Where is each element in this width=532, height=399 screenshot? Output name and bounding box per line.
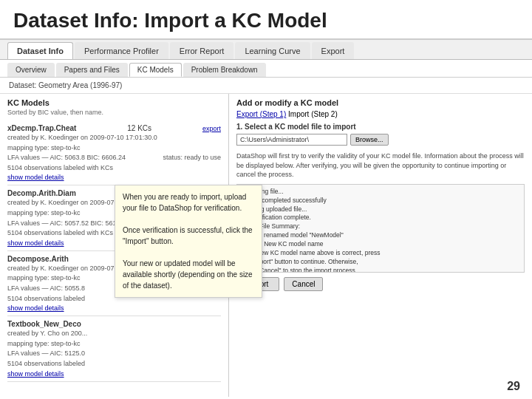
sub-tab-papers-files[interactable]: Papers and Files <box>56 63 128 77</box>
sub-tab-kc-models[interactable]: KC Models <box>129 63 182 77</box>
info-text: DataShop will first try to verify the va… <box>236 151 525 180</box>
list-item: xDecmp.Trap.Cheat 12 KCs export created … <box>7 120 221 185</box>
log-line: File verification complete. <box>240 214 521 222</box>
list-item: Textbook_New_Deco created by Y. Cho on 2… <box>7 316 221 381</box>
sub-tab-overview[interactable]: Overview <box>7 63 55 77</box>
log-line: the "Import" button to continue. Otherwi… <box>240 258 521 267</box>
model-obs-1: 5104 observations labeled with KCs <box>7 163 221 173</box>
model-lfa-4: LFA values — AIC: 5125.0 <box>7 349 221 358</box>
show-details-3[interactable]: show model details <box>7 304 221 312</box>
model-name-2: Decomp.Arith.Diam <box>7 189 76 197</box>
select-file-label: 1. Select a KC model file to import <box>236 123 525 131</box>
log-line: If the New KC model name above is correc… <box>240 249 521 258</box>
main-tab-bar: Dataset Info Performance Profiler Error … <box>0 40 532 60</box>
log-line: press "Cancel" to stop the import proces… <box>240 267 521 273</box>
tooltip-line3: Your new or updated model will be availa… <box>123 259 253 290</box>
model-lfa-1: LFA values — AIC: 5063.8 BIC: 6606.24 <box>7 153 126 163</box>
dataset-label: Dataset: Geometry Area (1996-97) <box>0 78 532 94</box>
step-links: Export (Step 1) Import (Step 2) <box>236 110 525 118</box>
import-step-label: Import (Step 2) <box>288 110 338 118</box>
model-count-1: 12 KCs <box>127 124 151 132</box>
log-line: Uploading file... <box>240 188 521 197</box>
tab-learning-curve[interactable]: Learning Curve <box>235 42 310 59</box>
show-details-1[interactable]: show model details <box>7 174 221 181</box>
log-area: Uploading file...Upload completed succes… <box>236 184 525 273</box>
sub-tab-bar: Overview Papers and Files KC Models Prob… <box>0 60 532 78</box>
tab-export[interactable]: Export <box>312 42 355 59</box>
show-details-4[interactable]: show model details <box>7 370 221 378</box>
model-name-3: Decompose.Arith <box>7 255 69 263</box>
page-title: Dataset Info: Import a KC Model <box>0 0 532 40</box>
log-line: * Import renamed model "NewModel" <box>240 231 521 240</box>
right-panel: Add or modify a KC model Export (Step 1)… <box>229 94 532 397</box>
tab-error-report[interactable]: Error Report <box>170 42 234 59</box>
model-obs-4: 5104 observations labeled <box>7 359 221 369</box>
sub-tab-problem-breakdown[interactable]: Problem Breakdown <box>183 63 266 77</box>
tooltip-line2: Once verification is successful, click t… <box>123 226 253 245</box>
export-link-1[interactable]: export <box>202 125 221 132</box>
model-status-1: status: ready to use <box>163 153 221 163</box>
model-name-4: Textbook_New_Deco <box>7 320 81 328</box>
kc-models-heading: KC Models <box>7 98 221 107</box>
tab-dataset-info[interactable]: Dataset Info <box>7 42 73 59</box>
export-step-link[interactable]: Export (Step 1) <box>236 110 286 118</box>
model-mapping-4: mapping type: step-to-kc <box>7 339 221 349</box>
file-path-input[interactable] <box>236 134 347 146</box>
page-number: 29 <box>507 380 520 393</box>
model-lfa-2: LFA values — AIC: 5057.52 BIC: 5613.23 <box>7 219 129 228</box>
model-name-1: xDecmp.Trap.Cheat <box>7 124 76 132</box>
tooltip-box: When you are ready to import, upload you… <box>115 185 262 298</box>
log-line: * Added New KC model name <box>240 240 521 249</box>
add-modify-heading: Add or modify a KC model <box>236 98 525 107</box>
tooltip-line1: When you are ready to import, upload you… <box>123 193 246 212</box>
cancel-button[interactable]: Cancel <box>284 277 323 291</box>
browse-button[interactable]: Browse... <box>350 134 389 146</box>
file-input-row: Browse... <box>236 134 525 146</box>
model-created-1: created by K. Koedinger on 2009-07-10 17… <box>7 133 221 143</box>
log-line: Upload completed successfully <box>240 197 521 205</box>
log-line: Verifying uploaded file... <box>240 205 521 214</box>
model-mapping-1: mapping type: step-to-kc <box>7 143 221 153</box>
tab-performance-profiler[interactable]: Performance Profiler <box>75 42 168 59</box>
sort-label: Sorted by BIC value, then name. <box>7 109 221 116</box>
model-created-4: created by Y. Cho on 200... <box>7 329 221 338</box>
action-buttons: Import Cancel <box>236 277 525 291</box>
content-area: KC Models Sorted by BIC value, then name… <box>0 94 532 397</box>
log-line: Import File Summary: <box>240 222 521 231</box>
